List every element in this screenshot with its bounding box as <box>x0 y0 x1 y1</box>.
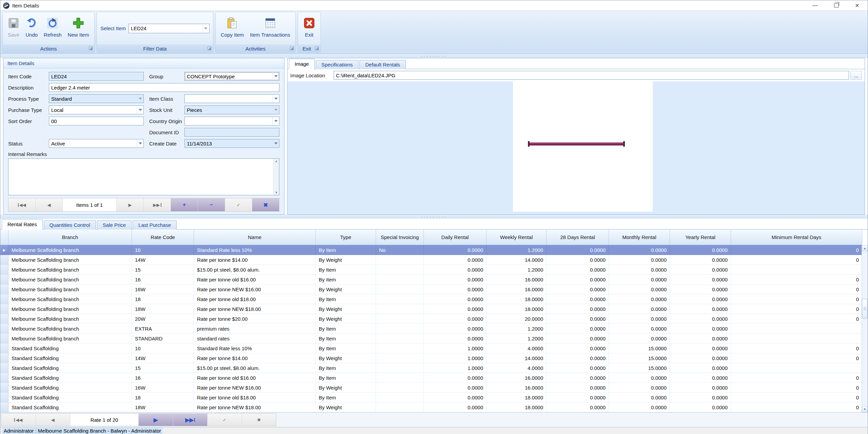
cell-weekly_rental[interactable]: 1.2000 <box>487 334 547 343</box>
row-indicator[interactable] <box>0 255 8 265</box>
column-header-monthly_rental[interactable]: Monthly Rental <box>609 230 670 245</box>
previous-record-button[interactable]: ◀ <box>36 198 63 211</box>
cell-rate_code[interactable]: 10 <box>132 343 194 353</box>
cell-name[interactable]: $15.00 pt steel, $8.00 alum. <box>194 265 316 275</box>
cell-weekly_rental[interactable]: 14.0000 <box>487 255 547 265</box>
cell-rate_code[interactable]: 18 <box>132 294 194 304</box>
select-item-combobox[interactable]: LED24 <box>129 24 210 33</box>
cell-yearly_rental[interactable]: 0.0000 <box>670 245 731 255</box>
cell-weekly_rental[interactable]: 18.0000 <box>487 294 547 304</box>
dialog-launcher-icon[interactable] <box>315 46 319 50</box>
cell-special_invoicing[interactable] <box>376 294 424 304</box>
table-row[interactable]: Melbourne Scaffolding branch16WRate per … <box>0 284 862 294</box>
cell-daily_rental[interactable]: 0.0000 <box>424 324 487 334</box>
cell-days28_rental[interactable]: 0.0000 <box>547 334 609 343</box>
cell-daily_rental[interactable]: 0.0000 <box>424 245 487 255</box>
cell-name[interactable]: standard rates <box>194 334 316 343</box>
copy-item-button[interactable]: Copy Item <box>218 14 247 38</box>
cell-type[interactable]: By Item <box>316 245 376 255</box>
previous-record-button[interactable]: ◀ <box>36 414 71 426</box>
cell-name[interactable]: Rate per tonne $14.00 <box>194 353 316 363</box>
row-indicator[interactable] <box>0 334 8 343</box>
cell-days28_rental[interactable]: 0.0000 <box>547 363 609 373</box>
cell-yearly_rental[interactable]: 0.0000 <box>670 324 731 334</box>
cell-daily_rental[interactable]: 0.0000 <box>424 314 487 324</box>
append-record-button[interactable]: + <box>171 198 198 211</box>
cell-type[interactable]: By Item <box>316 343 376 353</box>
table-row[interactable]: Melbourne Scaffolding branch18Rate per t… <box>0 294 862 304</box>
table-row[interactable]: Melbourne Scaffolding branch14WRate per … <box>0 255 862 265</box>
table-row[interactable]: Melbourne Scaffolding branchEXTRApremium… <box>0 324 862 334</box>
chevron-down-icon[interactable] <box>137 139 143 147</box>
table-row[interactable]: Standard Scaffolding14WRate per tonne $1… <box>0 353 862 363</box>
cell-yearly_rental[interactable]: 0.0000 <box>670 255 731 265</box>
cell-daily_rental[interactable]: 0.0000 <box>424 294 487 304</box>
stock-unit-combobox[interactable] <box>184 105 279 114</box>
scroll-up-icon[interactable]: ▲ <box>275 159 278 163</box>
cell-branch[interactable]: Melbourne Scaffolding branch <box>8 294 132 304</box>
cell-special_invoicing[interactable] <box>376 402 424 412</box>
cell-days28_rental[interactable]: 0.0000 <box>547 284 609 294</box>
cell-type[interactable]: By Item <box>316 265 376 275</box>
cell-rate_code[interactable]: 18 <box>132 393 194 402</box>
cell-special_invoicing[interactable] <box>376 284 424 294</box>
cell-days28_rental[interactable]: 0.0000 <box>547 245 609 255</box>
cell-monthly_rental[interactable]: 0.0000 <box>609 294 670 304</box>
table-row[interactable]: Melbourne Scaffolding branchSTANDARDstan… <box>0 334 862 343</box>
dialog-launcher-icon[interactable] <box>290 46 294 50</box>
cell-branch[interactable]: Standard Scaffolding <box>8 383 132 393</box>
cell-type[interactable]: By Item <box>316 373 376 383</box>
cell-yearly_rental[interactable]: 0.0000 <box>670 393 731 402</box>
country-origin-combobox[interactable] <box>184 117 279 125</box>
cell-weekly_rental[interactable]: 16.0000 <box>487 284 547 294</box>
undo-button[interactable]: Undo <box>22 14 41 38</box>
cell-rate_code[interactable]: 14W <box>132 255 194 265</box>
internal-remarks-textarea[interactable]: ▲ ▼ <box>8 158 279 195</box>
cell-branch[interactable]: Melbourne Scaffolding branch <box>8 245 132 255</box>
delete-record-button[interactable]: − <box>198 198 225 211</box>
row-indicator[interactable] <box>0 402 8 412</box>
cell-special_invoicing[interactable] <box>376 343 424 353</box>
cell-special_invoicing[interactable] <box>376 304 424 314</box>
cell-min_rental_days[interactable]: 0 <box>731 245 862 255</box>
cell-rate_code[interactable]: 16W <box>132 284 194 294</box>
cell-yearly_rental[interactable]: 0.0000 <box>670 402 731 412</box>
column-header-min_rental_days[interactable]: Minimum Rental Days <box>731 230 862 245</box>
first-record-button[interactable]: ◀◀ <box>1 414 36 426</box>
cell-days28_rental[interactable]: 0.0000 <box>547 304 609 314</box>
cell-type[interactable]: By Item <box>316 334 376 343</box>
cell-type[interactable]: By Weight <box>316 383 376 393</box>
row-indicator[interactable]: ▶ <box>0 245 8 255</box>
cell-weekly_rental[interactable]: 18.0000 <box>487 304 547 314</box>
cell-branch[interactable]: Standard Scaffolding <box>8 353 132 363</box>
cell-branch[interactable]: Melbourne Scaffolding branch <box>8 284 132 294</box>
sort-order-field[interactable] <box>49 117 144 125</box>
next-record-button[interactable]: ▶ <box>117 198 144 211</box>
cell-name[interactable]: Rate per tonne old $16.00 <box>194 373 316 383</box>
table-row[interactable]: ▶Melbourne Scaffolding branch10Standard … <box>0 245 862 255</box>
post-edit-button[interactable]: ✓ <box>208 414 242 426</box>
table-row[interactable]: Standard Scaffolding15$15.00 pt steel, $… <box>0 363 862 373</box>
chevron-down-icon[interactable] <box>272 95 279 103</box>
cell-rate_code[interactable]: 16 <box>132 275 194 284</box>
cell-name[interactable]: Rate per tonne old $16.00 <box>194 275 316 284</box>
cell-special_invoicing[interactable] <box>376 265 424 275</box>
cell-rate_code[interactable]: 18W <box>132 402 194 412</box>
cell-days28_rental[interactable]: 0.0000 <box>547 324 609 334</box>
create-date-picker[interactable] <box>184 139 279 148</box>
cell-daily_rental[interactable]: 0.0000 <box>424 255 487 265</box>
image-location-field[interactable] <box>334 71 849 80</box>
cell-rate_code[interactable]: 18W <box>132 304 194 314</box>
row-indicator[interactable] <box>0 314 8 324</box>
cell-daily_rental[interactable]: 0.0000 <box>424 383 487 393</box>
cell-special_invoicing[interactable] <box>376 363 424 373</box>
cell-daily_rental[interactable]: 0.0000 <box>424 265 487 275</box>
cell-rate_code[interactable]: STANDARD <box>132 334 194 343</box>
cell-days28_rental[interactable]: 0.0000 <box>547 265 609 275</box>
cell-monthly_rental[interactable]: 0.0000 <box>609 304 670 314</box>
table-row[interactable]: Melbourne Scaffolding branch15$15.00 pt … <box>0 265 862 275</box>
cell-yearly_rental[interactable]: 0.0000 <box>670 383 731 393</box>
cell-days28_rental[interactable]: 0.0000 <box>547 294 609 304</box>
cell-type[interactable]: By Weight <box>316 314 376 324</box>
minimize-button[interactable]: — <box>805 0 826 11</box>
